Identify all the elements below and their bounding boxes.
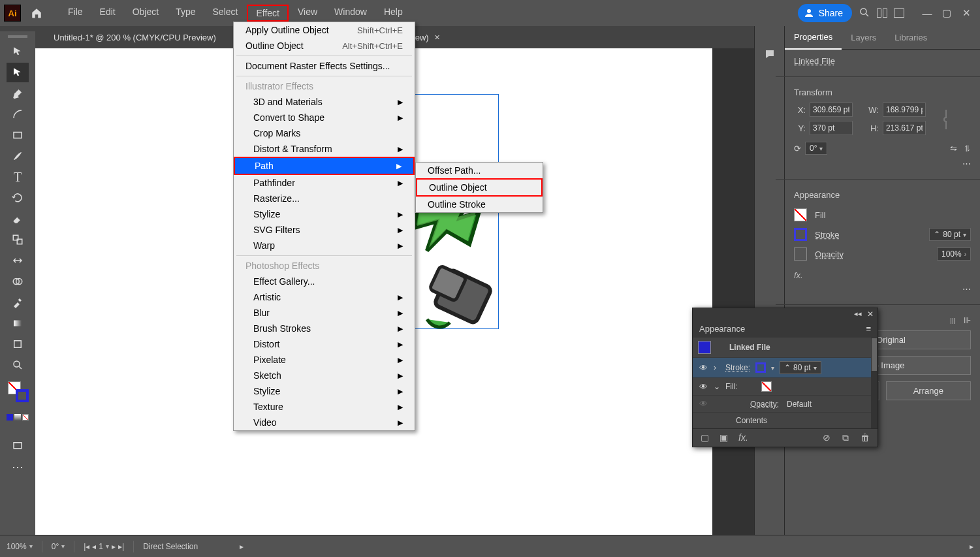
menu-svg-filters[interactable]: SVG Filters▶ [234, 222, 415, 238]
align-icon-2[interactable]: ⊪ [964, 315, 971, 325]
artboard-tool[interactable] [7, 334, 29, 354]
rotate-tool[interactable] [7, 188, 29, 208]
menu-crop-marks[interactable]: Crop Marks [234, 125, 415, 141]
window-close[interactable]: ✕ [956, 7, 976, 20]
zoom-tool[interactable] [7, 355, 29, 375]
menu-artistic[interactable]: Artistic▶ [234, 289, 415, 305]
tab-properties[interactable]: Properties [785, 25, 842, 50]
window-maximize[interactable]: ▢ [937, 7, 956, 20]
type-tool[interactable]: T [7, 167, 29, 187]
more-options-icon[interactable]: ⋯ [794, 159, 971, 168]
menu-last-effect[interactable]: Outline ObjectAlt+Shift+Ctrl+E [234, 38, 415, 54]
search-icon[interactable] [859, 7, 870, 20]
linked-file-label[interactable]: Linked File [794, 56, 835, 66]
width-tool[interactable] [7, 251, 29, 270]
stroke-label[interactable]: Stroke [815, 230, 840, 240]
menu-help[interactable]: Help [376, 5, 411, 22]
stroke-row-label[interactable]: Stroke: [725, 363, 750, 372]
menu-brush-strokes[interactable]: Brush Strokes▶ [234, 321, 415, 336]
stroke-row-value[interactable]: ⌃80 pt▾ [780, 361, 821, 374]
menu-path[interactable]: Path▶ [234, 157, 415, 175]
screen-mode-tool[interactable] [7, 436, 29, 456]
scale-tool[interactable] [7, 230, 29, 249]
menu-stylize[interactable]: Stylize▶ [234, 206, 415, 222]
menu-window[interactable]: Window [326, 5, 375, 22]
h-input[interactable] [883, 121, 926, 135]
appearance-contents-row[interactable]: Contents [693, 413, 877, 428]
menu-blur[interactable]: Blur▶ [234, 305, 415, 321]
tab-2[interactable]: ew) ✕ [411, 27, 444, 48]
align-icon-1[interactable]: ⫼ [949, 315, 957, 325]
angle-input[interactable]: 0°▾ [805, 142, 827, 155]
selection-tool[interactable] [7, 42, 29, 61]
menu-distort-transform[interactable]: Distort & Transform▶ [234, 141, 415, 157]
appearance-linked-file-row[interactable]: Linked File [693, 338, 877, 358]
menu-edit[interactable]: Edit [92, 5, 123, 22]
w-input[interactable] [883, 103, 926, 117]
fx-icon[interactable]: fx. [794, 270, 971, 280]
add-effect-icon[interactable]: fx. [736, 432, 751, 443]
gradient-tool[interactable] [7, 313, 29, 333]
flip-horizontal-icon[interactable]: ⇋ [950, 144, 957, 153]
menu-effect-gallery-[interactable]: Effect Gallery... [234, 274, 415, 289]
flip-vertical-icon[interactable]: ⥮ [964, 144, 971, 153]
menu-distort[interactable]: Distort▶ [234, 336, 415, 352]
menu-pixelate[interactable]: Pixelate▶ [234, 352, 415, 368]
y-input[interactable] [810, 121, 853, 135]
menu-convert-to-shape[interactable]: Convert to Shape▶ [234, 110, 415, 125]
more-appearance-icon[interactable]: ⋯ [794, 284, 971, 294]
appearance-fill-row[interactable]: 👁 ⌄ Fill: [693, 378, 877, 396]
stroke-weight-input[interactable]: ⌃80 pt▾ [929, 228, 971, 241]
constrain-proportions-icon[interactable] [940, 108, 952, 133]
new-stroke-icon[interactable]: ▣ [717, 432, 731, 443]
home-icon[interactable] [26, 3, 47, 24]
visibility-icon[interactable]: 👁 [698, 399, 708, 409]
menu-apply-last-effect[interactable]: Apply Outline ObjectShift+Ctrl+E [234, 22, 415, 38]
curvature-tool[interactable] [7, 104, 29, 124]
panel-drag-handle[interactable] [8, 35, 27, 38]
eyedropper-tool[interactable] [7, 293, 29, 312]
scrollbar[interactable] [871, 338, 877, 428]
appearance-floating-panel[interactable]: ◂◂ ✕ Appearance ≡ Linked File 👁 › Stroke… [692, 308, 878, 447]
menu-pathfinder[interactable]: Pathfinder▶ [234, 175, 415, 191]
menu-raster-settings[interactable]: Document Raster Effects Settings... [234, 58, 415, 74]
share-button[interactable]: Share [798, 4, 852, 22]
menu-rasterize-[interactable]: Rasterize... [234, 191, 415, 206]
workspace-icon[interactable] [894, 8, 904, 18]
menu-stylize[interactable]: Stylize▶ [234, 383, 415, 399]
menu-file[interactable]: File [60, 5, 91, 22]
scroll-right[interactable]: ▸ [970, 542, 973, 551]
menu-view[interactable]: View [290, 5, 325, 22]
delete-icon[interactable]: 🗑 [858, 432, 872, 443]
tab-libraries[interactable]: Libraries [885, 26, 936, 49]
fill-row-swatch[interactable] [761, 381, 772, 392]
tab-layers[interactable]: Layers [842, 26, 885, 49]
pen-tool[interactable] [7, 84, 29, 103]
panel-collapse-icon[interactable]: ◂◂ [854, 310, 862, 319]
panel-menu-icon[interactable]: ≡ [866, 324, 871, 334]
duplicate-icon[interactable]: ⧉ [840, 432, 851, 443]
visibility-icon[interactable]: 👁 [698, 363, 708, 373]
window-minimize[interactable]: — [917, 7, 937, 20]
appearance-opacity-row[interactable]: 👁 Opacity: Default [693, 396, 877, 413]
clear-appearance-icon[interactable]: ⊘ [820, 432, 833, 443]
submenu-outline-stroke[interactable]: Outline Stroke [416, 197, 543, 212]
stroke-swatch[interactable] [794, 228, 807, 241]
stroke-row-swatch[interactable] [755, 362, 766, 373]
direct-selection-tool[interactable] [7, 63, 29, 82]
opacity-row-label[interactable]: Opacity: [750, 400, 779, 409]
close-tab-icon[interactable]: ✕ [434, 33, 440, 42]
arrange-button[interactable]: Arrange [886, 381, 972, 400]
panel-close-icon[interactable]: ✕ [867, 310, 874, 319]
menu-texture[interactable]: Texture▶ [234, 399, 415, 415]
eraser-tool[interactable] [7, 209, 29, 229]
opacity-swatch[interactable] [794, 247, 807, 261]
color-mode-icons[interactable] [7, 407, 29, 427]
menu-type[interactable]: Type [168, 5, 203, 22]
paintbrush-tool[interactable] [7, 146, 29, 166]
menu-warp[interactable]: Warp▶ [234, 238, 415, 253]
fill-stroke-swatch[interactable] [7, 381, 29, 406]
appearance-stroke-row[interactable]: 👁 › Stroke: ▾ ⌃80 pt▾ [693, 358, 877, 378]
menu-effect[interactable]: Effect [247, 5, 289, 22]
menu-sketch[interactable]: Sketch▶ [234, 368, 415, 383]
